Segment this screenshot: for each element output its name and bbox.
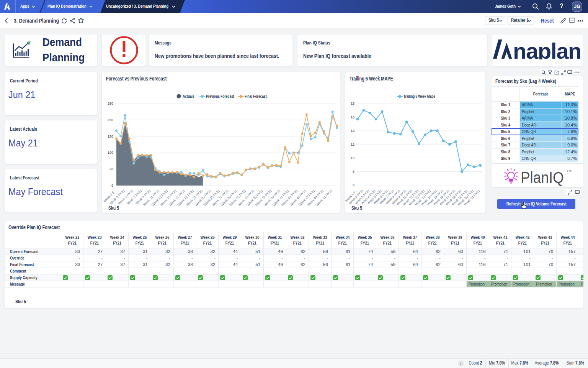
svg-text:18: 18	[351, 102, 354, 105]
svg-text:150: 150	[108, 135, 113, 138]
svg-text:8: 8	[353, 170, 354, 174]
svg-text:0: 0	[111, 184, 113, 187]
svg-text:100: 100	[108, 151, 113, 154]
svg-text:250: 250	[108, 102, 113, 105]
svg-text:naplan: naplan	[513, 39, 581, 59]
svg-text:14: 14	[351, 129, 354, 133]
svg-text:50: 50	[109, 167, 113, 171]
svg-text:12: 12	[351, 143, 354, 146]
svg-text:6: 6	[353, 183, 354, 187]
svg-text:200: 200	[108, 118, 113, 122]
svg-text:16: 16	[351, 115, 354, 119]
svg-text:10: 10	[351, 156, 354, 160]
